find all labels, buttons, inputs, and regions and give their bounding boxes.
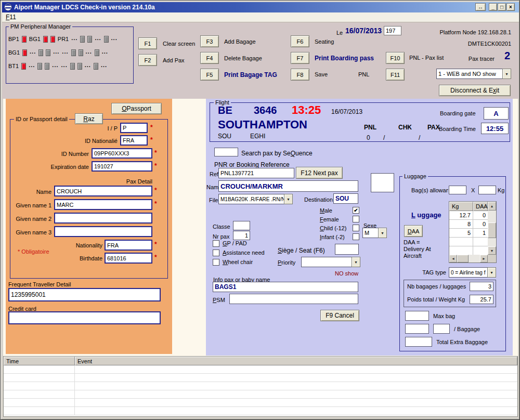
luggage-hscroll-thumb[interactable] <box>457 255 469 262</box>
luggage-vscroll-thumb[interactable] <box>488 222 496 238</box>
raz-button[interactable]: Raz <box>75 113 103 124</box>
peripheral-dots: ... <box>62 48 68 55</box>
given1-field[interactable]: MARC <box>54 199 152 210</box>
sequence-field[interactable] <box>214 148 238 156</box>
file-label: File <box>209 197 218 203</box>
time-column-header[interactable]: Time <box>4 357 75 365</box>
luggage-link[interactable]: L uggage <box>411 211 441 219</box>
allowance-weight-field[interactable] <box>478 186 496 194</box>
daa-button[interactable]: DAA <box>404 225 423 237</box>
chevron-down-icon[interactable]: ▼ <box>487 267 496 278</box>
peripheral-label: BG1 <box>29 36 41 42</box>
luggage-table-row: 12.70 <box>449 211 488 220</box>
next-pax-button[interactable]: F12 Next pax <box>296 167 343 179</box>
chevron-down-icon[interactable]: ▼ <box>284 194 293 204</box>
f6-button[interactable]: F6 <box>291 35 309 47</box>
luggage-hscrollbar[interactable] <box>469 255 480 262</box>
given3-field[interactable] <box>54 226 152 237</box>
sexe-dropdown[interactable]: M ▼ <box>362 228 387 238</box>
checkbox-row: Infant (-2) <box>320 232 359 241</box>
f10-button[interactable]: F10 <box>386 52 405 64</box>
weight-total-field[interactable]: 25.7 <box>470 295 493 304</box>
checkbox-row: GP / PAD <box>213 239 285 248</box>
psm-field[interactable] <box>229 294 358 304</box>
checkbox[interactable] <box>213 250 219 256</box>
id-nationality-field[interactable]: FRA <box>120 135 148 146</box>
per-baggage-field1[interactable] <box>405 324 429 334</box>
f8-button[interactable]: F8 <box>291 69 309 81</box>
checkbox[interactable] <box>353 225 359 231</box>
f5-button[interactable]: F5 <box>200 69 219 81</box>
scroll-right-icon[interactable]: ► <box>480 255 488 262</box>
seat-field[interactable] <box>335 244 359 255</box>
pnl-filter-dropdown[interactable]: 1 - WEB and NO show ▼ <box>436 69 511 79</box>
boarding-gate-field[interactable]: A <box>484 107 509 120</box>
file-dropdown[interactable]: M1BAG20K .R/FARE .RN/N ▼ <box>218 194 293 204</box>
nationality-field[interactable]: FRA <box>105 240 152 251</box>
classe-field[interactable] <box>233 221 250 230</box>
scroll-up-icon[interactable]: ▲ <box>488 202 496 211</box>
scroll-left-icon[interactable]: ◄ <box>449 255 457 262</box>
id-number-label: ID Number <box>32 151 89 157</box>
pax-name-field[interactable]: CROUCH/MARKMR <box>218 180 358 192</box>
passport-button[interactable]: O Passport <box>111 103 162 114</box>
frequent-traveller-field[interactable]: 1235995001 <box>8 288 161 301</box>
nationality-mandatory-star: * <box>154 241 157 248</box>
menu-item-f11[interactable]: F11 <box>6 14 16 21</box>
credit-card-field[interactable] <box>8 311 161 324</box>
f11-button[interactable]: F11 <box>386 69 405 81</box>
peripheral-row: BT1............... <box>8 61 132 71</box>
total-extra-field[interactable] <box>405 337 432 347</box>
nb-bagages-field[interactable]: 3 <box>470 282 493 291</box>
f1-button[interactable]: F1 <box>138 37 157 49</box>
priority-dropdown[interactable]: ▼ <box>301 257 360 267</box>
resize-icon[interactable]: ↔ <box>475 3 486 11</box>
destination-field[interactable]: SOU <box>333 193 358 204</box>
close-icon[interactable]: × <box>506 3 515 11</box>
info-pax-field[interactable]: BAGS1 <box>213 282 358 292</box>
checkbox[interactable] <box>353 233 359 240</box>
per-baggage-field2[interactable] <box>433 324 450 334</box>
given2-field[interactable] <box>54 213 152 224</box>
checkbox-row: Male✔ <box>320 206 359 215</box>
peripheral-led-off <box>45 63 49 70</box>
peripheral-led-off <box>87 36 92 43</box>
f3-button[interactable]: F3 <box>200 35 219 47</box>
chevron-down-icon[interactable]: ▼ <box>502 69 511 79</box>
luggage-kg-cell: 8 <box>449 220 473 228</box>
tag-type-label: TAG type <box>417 269 446 275</box>
disconnect-exit-button[interactable]: Disconnect & Exit <box>439 85 511 96</box>
destination-label: Destination <box>304 196 333 203</box>
current-date: 16/07/2013 <box>345 27 382 35</box>
allowance-count-field[interactable] <box>449 186 466 194</box>
id-number-field[interactable]: 09PP60XXX3 <box>92 148 152 159</box>
expiration-field[interactable]: 191027 <box>92 161 152 172</box>
f2-button[interactable]: F2 <box>138 54 157 66</box>
scroll-down-icon[interactable]: ▼ <box>488 246 496 255</box>
name-field[interactable]: CROUCH <box>54 186 152 196</box>
chevron-down-icon[interactable]: ▼ <box>352 257 360 267</box>
f1-label: Clear screen <box>163 41 195 47</box>
boarding-time-field[interactable]: 12:55 <box>481 123 509 134</box>
event-column-header[interactable]: Event <box>75 357 517 365</box>
checkbox-row: Child (-12) <box>320 224 359 232</box>
checkbox[interactable]: ✔ <box>353 207 359 214</box>
maximize-icon[interactable]: □ <box>498 3 506 11</box>
ref-field[interactable]: PNL1397721 <box>218 168 294 178</box>
max-bag-field[interactable] <box>405 311 429 321</box>
tag-type-dropdown[interactable]: 0 = Airline tag f ▼ <box>449 267 496 278</box>
checkbox[interactable] <box>353 216 359 222</box>
peripheral-label: PR1 <box>58 36 69 42</box>
ip-field[interactable]: P <box>120 123 148 133</box>
f7-button[interactable]: F7 <box>291 52 309 64</box>
f3-label: Add Bagage <box>224 38 256 45</box>
checkbox[interactable] <box>213 259 219 266</box>
birthdate-field[interactable]: 681016 <box>105 253 152 264</box>
cancel-button[interactable]: F9 Cancel <box>320 310 359 321</box>
pax-detail-label: Pax Detail <box>110 178 152 185</box>
f4-button[interactable]: F4 <box>200 52 219 64</box>
minimize-icon[interactable]: _ <box>489 3 497 11</box>
chevron-down-icon[interactable]: ▼ <box>378 228 387 238</box>
checkbox[interactable] <box>213 240 219 247</box>
luggage-daa-cell: 0 <box>473 211 488 219</box>
